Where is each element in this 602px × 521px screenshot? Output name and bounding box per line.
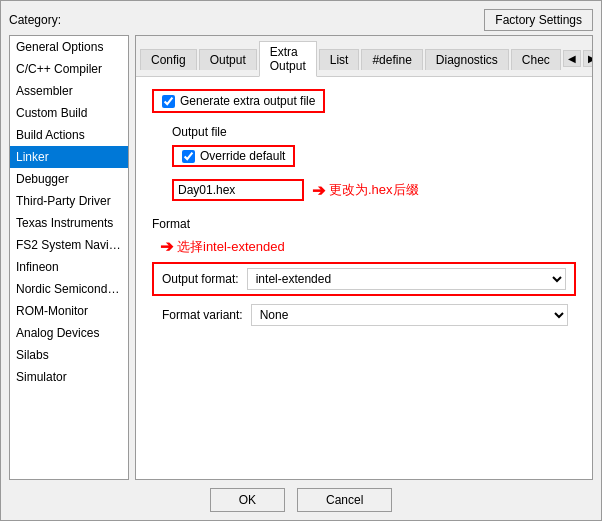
sidebar-item-third-party-driver[interactable]: Third-Party Driver bbox=[10, 190, 128, 212]
filename-box bbox=[172, 179, 304, 201]
generate-extra-output-label[interactable]: Generate extra output file bbox=[162, 94, 315, 108]
category-label: Category: bbox=[9, 13, 61, 27]
sidebar-item-nordic-semicon[interactable]: Nordic Semiconduc... bbox=[10, 278, 128, 300]
tab-bar: ConfigOutputExtra OutputList#defineDiagn… bbox=[136, 36, 592, 77]
filename-row: ➔ 更改为.hex后缀 bbox=[152, 179, 576, 201]
format-variant-label: Format variant: bbox=[162, 308, 243, 322]
sidebar-item-simulator[interactable]: Simulator bbox=[10, 366, 128, 388]
dialog-footer: OK Cancel bbox=[1, 480, 601, 520]
format-section: Format ➔ 选择intel-extended Output format:… bbox=[152, 217, 576, 328]
dialog-top-bar: Category: Factory Settings bbox=[1, 1, 601, 35]
sidebar-item-fs2-system-navi[interactable]: FS2 System Navig... bbox=[10, 234, 128, 256]
override-default-label[interactable]: Override default bbox=[182, 149, 285, 163]
sidebar: General OptionsC/C++ CompilerAssemblerCu… bbox=[9, 35, 129, 480]
cancel-button[interactable]: Cancel bbox=[297, 488, 392, 512]
sidebar-item-analog-devices[interactable]: Analog Devices bbox=[10, 322, 128, 344]
output-format-row: Output format: intel-extended motorola b… bbox=[152, 262, 576, 296]
format-annotation-text: 选择intel-extended bbox=[177, 238, 285, 256]
override-default-text: Override default bbox=[200, 149, 285, 163]
format-annotation-row: ➔ 选择intel-extended bbox=[152, 237, 576, 256]
sidebar-item-cpp-compiler[interactable]: C/C++ Compiler bbox=[10, 58, 128, 80]
ok-button[interactable]: OK bbox=[210, 488, 285, 512]
generate-extra-output-text: Generate extra output file bbox=[180, 94, 315, 108]
override-default-box: Override default bbox=[172, 145, 295, 167]
factory-settings-button[interactable]: Factory Settings bbox=[484, 9, 593, 31]
tab-diagnostics[interactable]: Diagnostics bbox=[425, 49, 509, 70]
format-arrow-icon: ➔ bbox=[160, 237, 173, 256]
output-file-label: Output file bbox=[152, 125, 576, 139]
sidebar-item-debugger[interactable]: Debugger bbox=[10, 168, 128, 190]
dialog-body: General OptionsC/C++ CompilerAssemblerCu… bbox=[1, 35, 601, 480]
format-label: Format bbox=[152, 217, 576, 231]
filename-input[interactable] bbox=[178, 183, 298, 197]
content-area: Generate extra output file Output file O… bbox=[136, 77, 592, 479]
sidebar-item-silabs[interactable]: Silabs bbox=[10, 344, 128, 366]
filename-annotation-text: 更改为.hex后缀 bbox=[329, 181, 419, 199]
main-dialog: Category: Factory Settings General Optio… bbox=[0, 0, 602, 521]
format-variant-row: Format variant: None 16-bit 32-bit bbox=[154, 302, 576, 328]
generate-extra-output-checkbox[interactable] bbox=[162, 95, 175, 108]
format-variant-select[interactable]: None 16-bit 32-bit bbox=[251, 304, 568, 326]
tab-nav-next-button[interactable]: ▶ bbox=[583, 50, 593, 67]
generate-extra-output-section: Generate extra output file bbox=[152, 89, 325, 113]
sidebar-item-texas-instruments[interactable]: Texas Instruments bbox=[10, 212, 128, 234]
output-format-select[interactable]: intel-extended motorola binary simple-co… bbox=[247, 268, 566, 290]
sidebar-item-assembler[interactable]: Assembler bbox=[10, 80, 128, 102]
sidebar-item-infineon[interactable]: Infineon bbox=[10, 256, 128, 278]
override-section: Override default bbox=[152, 145, 576, 173]
filename-annotation-row: ➔ 更改为.hex后缀 bbox=[312, 181, 419, 200]
tab-define[interactable]: #define bbox=[361, 49, 422, 70]
sidebar-item-rom-monitor[interactable]: ROM-Monitor bbox=[10, 300, 128, 322]
filename-arrow-icon: ➔ bbox=[312, 181, 325, 200]
override-default-checkbox[interactable] bbox=[182, 150, 195, 163]
tab-list[interactable]: List bbox=[319, 49, 360, 70]
tab-nav-prev-button[interactable]: ◀ bbox=[563, 50, 581, 67]
output-format-label: Output format: bbox=[162, 272, 239, 286]
sidebar-item-custom-build[interactable]: Custom Build bbox=[10, 102, 128, 124]
tab-output[interactable]: Output bbox=[199, 49, 257, 70]
tab-config[interactable]: Config bbox=[140, 49, 197, 70]
tab-chec[interactable]: Chec bbox=[511, 49, 561, 70]
sidebar-item-linker[interactable]: Linker bbox=[10, 146, 128, 168]
sidebar-item-general-options[interactable]: General Options bbox=[10, 36, 128, 58]
tab-extra-output[interactable]: Extra Output bbox=[259, 41, 317, 77]
content-panel: ConfigOutputExtra OutputList#defineDiagn… bbox=[135, 35, 593, 480]
sidebar-item-build-actions[interactable]: Build Actions bbox=[10, 124, 128, 146]
